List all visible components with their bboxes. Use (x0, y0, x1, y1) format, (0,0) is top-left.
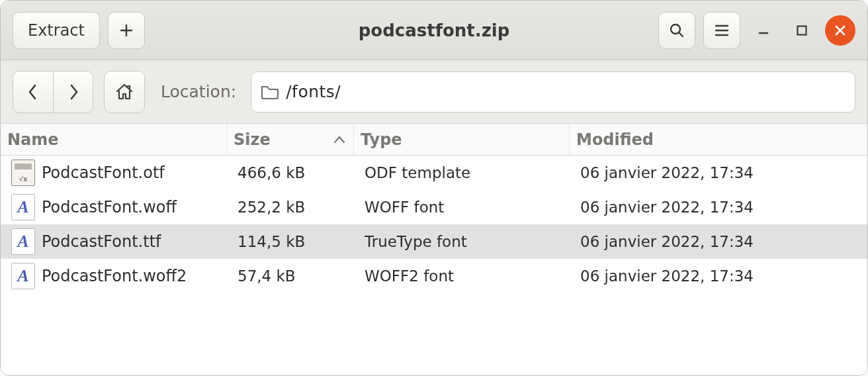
nav-home-group (104, 71, 145, 113)
column-header-modified[interactable]: Modified (570, 124, 867, 155)
file-name: PodcastFont.ttf (42, 232, 161, 251)
font-file-icon: A (11, 194, 35, 220)
table-row[interactable]: APodcastFont.woff252,2 kBWOFF font06 jan… (1, 190, 867, 224)
cell-modified: 06 janvier 2022, 17:34 (574, 267, 863, 285)
nav-forward-button[interactable] (53, 71, 93, 113)
column-headers: Name Size Type Modified (1, 124, 867, 156)
hamburger-menu-button[interactable] (703, 12, 740, 49)
cell-type: WOFF font (358, 199, 574, 216)
table-row[interactable]: √xPodcastFont.otf466,6 kBODF template06 … (1, 156, 867, 190)
cell-modified: 06 janvier 2022, 17:34 (574, 199, 863, 216)
cell-size: 114,5 kB (231, 233, 358, 250)
font-file-icon: A (11, 228, 35, 255)
cell-size: 466,6 kB (231, 164, 358, 181)
extract-button[interactable]: Extract (13, 12, 100, 49)
file-list[interactable]: √xPodcastFont.otf466,6 kBODF template06 … (1, 156, 867, 375)
column-header-name[interactable]: Name (1, 124, 227, 155)
header-right-group (658, 12, 855, 49)
nav-back-button[interactable] (13, 71, 53, 113)
svg-rect-1 (798, 26, 806, 34)
location-path: /fonts/ (286, 82, 341, 101)
cell-type: TrueType font (358, 233, 574, 250)
home-icon (114, 82, 134, 102)
maximize-icon (795, 24, 808, 37)
column-header-size-label: Size (234, 130, 271, 149)
cell-modified: 06 janvier 2022, 17:34 (574, 164, 863, 181)
minimize-icon (757, 24, 770, 37)
cell-type: ODF template (358, 164, 574, 181)
navigation-toolbar: Location: /fonts/ (1, 60, 867, 124)
chevron-left-icon (26, 83, 40, 101)
sort-ascending-icon (333, 136, 345, 144)
font-file-icon: A (11, 263, 35, 289)
cell-size: 57,4 kB (231, 267, 358, 285)
archive-manager-window: Extract podcastfont.zip (0, 0, 868, 376)
window-minimize-button[interactable] (748, 15, 779, 46)
cell-name: APodcastFont.ttf (5, 228, 231, 255)
chevron-right-icon (67, 83, 80, 101)
table-row[interactable]: APodcastFont.ttf114,5 kBTrueType font06 … (1, 224, 867, 259)
cell-size: 252,2 kB (231, 199, 358, 216)
file-name: PodcastFont.woff2 (42, 267, 187, 285)
window-maximize-button[interactable] (787, 15, 817, 46)
odf-template-icon: √x (11, 160, 35, 186)
cell-name: APodcastFont.woff2 (5, 263, 231, 289)
nav-home-button[interactable] (105, 71, 144, 113)
table-row[interactable]: APodcastFont.woff257,4 kBWOFF2 font06 ja… (1, 259, 867, 293)
file-name: PodcastFont.otf (42, 164, 165, 182)
close-icon (834, 24, 847, 37)
file-name: PodcastFont.woff (42, 198, 177, 216)
column-header-modified-label: Modified (576, 130, 654, 149)
plus-icon (119, 23, 134, 38)
header-left-group: Extract (13, 12, 145, 49)
folder-icon (261, 84, 279, 100)
hamburger-icon (714, 23, 730, 38)
location-field[interactable]: /fonts/ (251, 71, 855, 113)
column-header-size[interactable]: Size (227, 124, 354, 155)
column-header-type-label: Type (361, 130, 402, 149)
headerbar: Extract podcastfont.zip (1, 1, 867, 60)
cell-modified: 06 janvier 2022, 17:34 (574, 233, 863, 250)
location-label: Location: (155, 82, 240, 101)
column-header-type[interactable]: Type (354, 124, 570, 155)
search-button[interactable] (658, 12, 695, 49)
cell-name: √xPodcastFont.otf (5, 160, 231, 186)
search-icon (668, 22, 685, 39)
add-files-button[interactable] (108, 12, 145, 49)
cell-name: APodcastFont.woff (5, 194, 231, 220)
extract-button-label: Extract (28, 21, 85, 40)
window-close-button[interactable] (825, 15, 855, 46)
cell-type: WOFF2 font (358, 267, 574, 285)
column-header-name-label: Name (7, 130, 59, 149)
nav-back-forward-group (13, 71, 93, 113)
